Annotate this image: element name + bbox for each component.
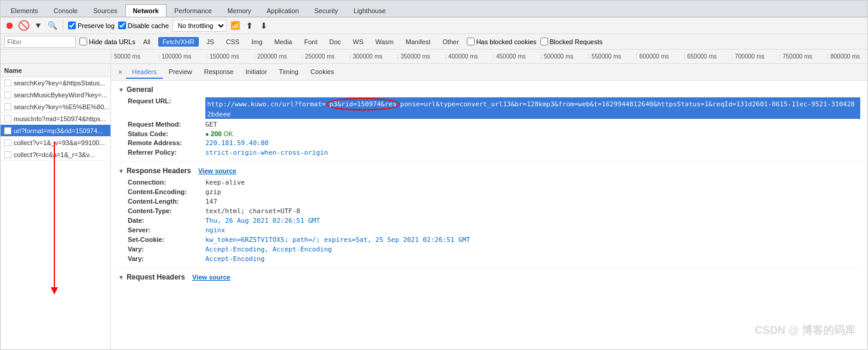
tick-300000: 300000 ms <box>350 53 398 60</box>
throttle-select[interactable]: No throttling <box>173 20 226 32</box>
status-code-row: Status Code: ● 200 OK <box>118 130 860 137</box>
disable-cache-label: Disable cache <box>128 22 169 29</box>
date-row: Date: Thu, 26 Aug 2021 02:26:51 GMT <box>118 217 860 225</box>
set-cookie-row: Set-Cookie: kw_token=6RZ5TV1TOX5; path=/… <box>118 236 860 244</box>
item-icon-6 <box>4 151 11 158</box>
filter-doc[interactable]: Doc <box>325 37 345 47</box>
status-code-label: Status Code: <box>128 130 205 137</box>
has-blocked-cookies-checkbox[interactable] <box>467 38 475 45</box>
ruler-spacer <box>1 50 111 63</box>
filter-other[interactable]: Other <box>438 37 463 47</box>
blocked-requests-label[interactable]: Blocked Requests <box>540 38 603 45</box>
tab-elements[interactable]: Elements <box>3 4 46 17</box>
export-button[interactable]: ⬇ <box>258 20 269 31</box>
network-item-1[interactable]: searchMusicBykeyWord?key=... <box>1 89 110 101</box>
preserve-log-checkbox-label[interactable]: Preserve log <box>68 22 115 29</box>
sub-tab-headers[interactable]: Headers <box>126 66 163 79</box>
response-headers-section-label: Response Headers <box>127 167 191 175</box>
tab-lighthouse[interactable]: Lighthouse <box>346 4 393 17</box>
sub-tab-preview[interactable]: Preview <box>163 66 198 79</box>
general-section-header[interactable]: ▼ General <box>118 85 860 94</box>
request-method-value: GET <box>205 121 217 128</box>
sub-tab-initiator[interactable]: Initiator <box>239 66 273 79</box>
network-item-2[interactable]: searchKey?key=%E5%BE%80... <box>1 101 110 113</box>
clear-button[interactable]: 🚫 <box>19 20 29 31</box>
has-blocked-cookies-text: Has blocked cookies <box>476 38 537 45</box>
tab-sources[interactable]: Sources <box>85 4 125 17</box>
tab-network[interactable]: Network <box>125 4 167 17</box>
response-headers-toggle-icon: ▼ <box>118 168 124 174</box>
response-headers-view-source[interactable]: View source <box>198 167 236 174</box>
filter-img[interactable]: Img <box>247 37 266 47</box>
filter-css[interactable]: CSS <box>222 37 244 47</box>
tab-performance[interactable]: Performance <box>167 4 220 17</box>
network-item-5[interactable]: collect?v=1&_v=93&a=99100... <box>1 137 110 149</box>
sub-tab-response[interactable]: Response <box>198 66 240 79</box>
timeline-ruler: 50000 ms 100000 ms 150000 ms 200000 ms 2… <box>1 50 867 64</box>
tick-800000: 800000 ms <box>827 53 867 60</box>
filter-input[interactable] <box>4 36 76 48</box>
status-dot-icon: ● <box>205 131 209 137</box>
tick-600000: 600000 ms <box>636 53 684 60</box>
hide-data-urls-checkbox[interactable] <box>79 38 87 45</box>
network-list-header: Name <box>1 64 110 77</box>
set-cookie-label: Set-Cookie: <box>128 236 205 243</box>
search-icon[interactable]: 🔍 <box>47 20 58 31</box>
sub-tab-timing[interactable]: Timing <box>273 66 304 79</box>
filter-manifest[interactable]: Manifest <box>402 37 435 47</box>
filter-all[interactable]: All <box>139 37 155 47</box>
request-headers-view-source[interactable]: View source <box>192 274 230 281</box>
toolbar: ⏺ 🚫 ▼ 🔍 Preserve log Disable cache No th… <box>1 17 867 34</box>
filter-ws[interactable]: WS <box>349 37 368 47</box>
tick-650000: 650000 ms <box>684 53 732 60</box>
request-headers-section-header[interactable]: ▼ Request Headers View source <box>118 273 860 281</box>
url-highlight-oval: p3&rid=150974&res <box>326 98 401 110</box>
server-row: Server: nginx <box>118 226 860 234</box>
close-panel-button[interactable]: × <box>115 68 126 76</box>
tick-450000: 450000 ms <box>493 53 541 60</box>
disable-cache-checkbox-label[interactable]: Disable cache <box>118 22 169 29</box>
tick-50000: 50000 ms <box>111 53 159 60</box>
tab-security[interactable]: Security <box>307 4 346 17</box>
import-button[interactable]: ⬆ <box>244 20 255 31</box>
hide-data-urls-text: Hide data URLs <box>89 38 136 45</box>
tab-memory[interactable]: Memory <box>220 4 259 17</box>
record-button[interactable]: ⏺ <box>4 20 15 31</box>
network-item-6[interactable]: collect?t=dc&a=1&_r=3&v... <box>1 149 110 161</box>
content-type-row: Content-Type: text/html; charset=UTF-8 <box>118 207 860 215</box>
network-item-3[interactable]: musicInfo?mid=150974&https... <box>1 113 110 125</box>
filter-icon[interactable]: ▼ <box>33 20 44 31</box>
content-encoding-label: Content-Encoding: <box>128 188 205 195</box>
request-url-value[interactable]: http://www.kuwo.cn/url?format=p3&rid=150… <box>205 97 860 119</box>
network-list-items: searchKey?key=&httpsStatus... searchMusi… <box>1 77 110 349</box>
response-headers-section-header[interactable]: ▼ Response Headers View source <box>118 167 860 175</box>
filter-js[interactable]: JS <box>202 37 218 47</box>
hide-data-urls-label[interactable]: Hide data URLs <box>79 38 136 45</box>
content-length-row: Content-Length: 147 <box>118 198 860 205</box>
item-icon-0 <box>4 79 11 87</box>
date-value: Thu, 26 Aug 2021 02:26:51 GMT <box>205 217 320 225</box>
sub-tab-cookies[interactable]: Cookies <box>304 66 340 79</box>
vary-value-2: Accept-Encoding <box>205 255 264 263</box>
disable-cache-checkbox[interactable] <box>118 22 126 29</box>
filter-wasm[interactable]: Wasm <box>371 37 398 47</box>
status-text: OK <box>224 130 233 137</box>
has-blocked-cookies-label[interactable]: Has blocked cookies <box>467 38 537 45</box>
filter-bar: Hide data URLs All Fetch/XHR JS CSS Img … <box>1 34 867 50</box>
headers-content: ▼ General Request URL: http://www.kuwo.c… <box>111 81 867 349</box>
filter-font[interactable]: Font <box>300 37 321 47</box>
wifi-icon: 📶 <box>230 20 241 31</box>
blocked-requests-checkbox[interactable] <box>540 38 548 45</box>
vary-label-2: Vary: <box>128 255 205 262</box>
network-item-4[interactable]: url?format=mp3&rid=150974... <box>1 125 110 137</box>
tab-application[interactable]: Application <box>259 4 307 17</box>
toolbar-divider <box>63 20 63 31</box>
preserve-log-checkbox[interactable] <box>68 22 76 29</box>
item-icon-5 <box>4 139 11 146</box>
network-item-0[interactable]: searchKey?key=&httpsStatus... <box>1 77 110 89</box>
tab-console[interactable]: Console <box>46 4 85 17</box>
network-list: Name searchKey?key=&httpsStatus... searc… <box>1 64 111 349</box>
filter-media[interactable]: Media <box>270 37 297 47</box>
filter-fetch-xhr[interactable]: Fetch/XHR <box>158 37 199 47</box>
section-divider-2 <box>118 268 860 268</box>
